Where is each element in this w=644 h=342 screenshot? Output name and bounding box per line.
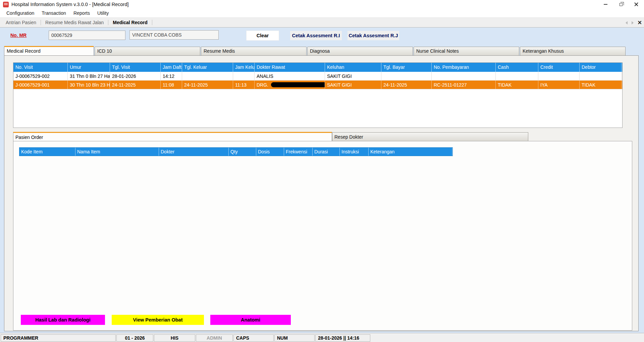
column-header-no-visit[interactable]: No. Visit [13, 63, 68, 72]
cell-umur: 31 Thn 0 Bln 27 Hari [68, 72, 110, 80]
mdi-tab-nav: ✕ [626, 18, 642, 28]
record-tab-headers: Medical RecordICD 10Resume MedisDiagnosa… [4, 46, 639, 55]
mdi-tab-strip: Antrian PasienResume Medis Rawat JalanMe… [0, 17, 644, 28]
column-header-keterangan[interactable]: Keterangan [369, 148, 452, 156]
chevron-left-icon[interactable] [626, 21, 628, 25]
column-header-tgl-bayar[interactable]: Tgl. Bayar [381, 63, 432, 72]
restore-icon [620, 3, 623, 6]
column-header-jam-keluar[interactable]: Jam Keluar [233, 63, 255, 72]
cell-keluhan: SAKIT GIGI [325, 81, 381, 89]
cetak-assesment-ri-button[interactable]: Cetak Assesment R.I [290, 31, 342, 40]
cell-debtor: TIDAK [580, 81, 622, 89]
cell-tgl-keluar [182, 72, 233, 80]
order-tab-control: Pasien OrderResep Dokter Kode ItemNama I… [13, 132, 632, 331]
column-header-credit[interactable]: Credit [538, 63, 580, 72]
clear-button[interactable]: Clear [246, 31, 279, 41]
tab-resep-dokter[interactable]: Resep Dokter [332, 132, 528, 141]
window-title: Hospital Information System v.3.0.0 - [M… [11, 2, 128, 7]
column-header-dokter-rawat[interactable]: Dokter Rawat [255, 63, 325, 72]
column-header-qty[interactable]: Qty [229, 148, 256, 156]
status-panel-28-01-2026-14-16: 28-01-2026 || 14:16 [315, 334, 370, 342]
no-mr-label: No. MR [10, 33, 26, 38]
column-header-debtor[interactable]: Debtor [580, 63, 622, 72]
pasien-order-panel: Kode ItemNama ItemDokterQtyDosisFrekwens… [13, 141, 632, 331]
visit-grid-header-row: No. VisitUmurTgl. VisitJam DaftarTgl. Ke… [13, 63, 622, 72]
cell-tgl-bayar: 24-11-2025 [381, 81, 432, 89]
status-panel-programmer: PROGRAMMER [1, 334, 116, 342]
patient-name-input[interactable] [129, 30, 219, 40]
mdi-tab-antrian-pasien[interactable]: Antrian Pasien [1, 18, 41, 27]
table-row[interactable]: J-00067529-00130 Thn 10 Bln 23 Hari24-11… [13, 81, 622, 89]
cell-keluhan: SAKIT GIGI [325, 72, 381, 80]
tab-nurse-clinical-notes[interactable]: Nurse Clinical Notes [414, 47, 519, 55]
tab-keterangan-khusus[interactable]: Keterangan Khusus [520, 47, 626, 55]
status-panel-his: HIS [154, 334, 195, 342]
column-header-keluhan[interactable]: Keluhan [325, 63, 381, 72]
menu-bar: ConfigurationTransactionReportsUtility [0, 9, 644, 17]
minimize-button[interactable] [598, 0, 613, 9]
column-header-cash[interactable]: Cash [496, 63, 538, 72]
tab-medical-record[interactable]: Medical Record [4, 46, 94, 55]
column-header-umur[interactable]: Umur [68, 63, 110, 72]
status-panel-num: NUM [274, 334, 315, 342]
menu-item-utility[interactable]: Utility [94, 9, 112, 17]
cell-umur: 30 Thn 10 Bln 23 Hari [68, 81, 110, 89]
menu-item-transaction[interactable]: Transaction [38, 9, 70, 17]
menu-item-reports[interactable]: Reports [70, 9, 94, 17]
column-header-frekwensi[interactable]: Frekwensi [284, 148, 313, 156]
column-header-durasi[interactable]: Durasi [313, 148, 340, 156]
cell-credit [538, 72, 580, 80]
cell-debtor [580, 72, 622, 80]
column-header-instruksi[interactable]: Instruksi [340, 148, 369, 156]
column-header-tgl-visit[interactable]: Tgl. Visit [110, 63, 161, 72]
window-controls [598, 0, 644, 9]
cell-dokter-rawat: ANALIS [255, 72, 325, 80]
menu-item-configuration[interactable]: Configuration [3, 9, 38, 17]
column-header-dokter[interactable]: Dokter [159, 148, 229, 156]
cell-no-pembayaran: RC-2511-01227 [432, 81, 496, 89]
cell-no-pembayaran [432, 72, 496, 80]
record-tab-page: No. VisitUmurTgl. VisitJam DaftarTgl. Ke… [4, 55, 639, 331]
mdi-tab-resume-medis-rawat-jalan[interactable]: Resume Medis Rawat Jalan [41, 18, 108, 27]
cell-jam-keluar: 11:13 [233, 81, 255, 89]
column-header-kode-item[interactable]: Kode Item [19, 148, 75, 156]
view-pemberian-obat-button[interactable]: View Pemberian Obat [112, 315, 204, 325]
close-button[interactable] [629, 0, 644, 9]
cetak-assesment-rj-button[interactable]: Cetak Assesment R.J [347, 31, 399, 40]
column-header-dosis[interactable]: Dosis [256, 148, 284, 156]
close-icon [634, 2, 638, 6]
cell-jam-daftar: 11:08 [161, 81, 182, 89]
cell-jam-keluar [233, 72, 255, 80]
column-header-tgl-keluar[interactable]: Tgl. Keluar [182, 63, 233, 72]
chevron-right-icon[interactable] [632, 21, 634, 25]
cell-cash [496, 72, 538, 80]
close-tab-icon[interactable]: ✕ [638, 20, 642, 26]
cell-jam-daftar: 14:12 [161, 72, 182, 80]
restore-button[interactable] [613, 0, 629, 9]
anatomi-button[interactable]: Anatomi [210, 315, 291, 325]
cell-tgl-keluar: 24-11-2025 [182, 81, 233, 89]
hasil-lab-dan-radiologi-button[interactable]: Hasil Lab dan Radiologi [21, 315, 105, 325]
cell-tgl-visit: 24-11-2025 [110, 81, 161, 89]
minimize-icon [604, 4, 607, 5]
tab-pasien-order[interactable]: Pasien Order [13, 132, 332, 141]
column-header-jam-daftar[interactable]: Jam Daftar [161, 63, 182, 72]
tab-diagnosa[interactable]: Diagnosa [307, 47, 413, 55]
mdi-tab-medical-record[interactable]: Medical Record [108, 18, 152, 27]
column-header-no-pembayaran[interactable]: No. Pembayaran [432, 63, 496, 72]
cell-dokter-rawat: DRG. [255, 81, 325, 89]
app-window: Hospital Information System v.3.0.0 - [M… [0, 0, 644, 342]
cell-tgl-bayar [381, 72, 432, 80]
app-icon [3, 2, 9, 7]
table-row[interactable]: J-00067529-00231 Thn 0 Bln 27 Hari28-01-… [13, 72, 622, 81]
cell-no-visit: J-00067529-001 [13, 81, 68, 89]
status-bar: PROGRAMMER01 - 2026HISADMINCAPSNUM28-01-… [0, 333, 644, 342]
column-header-nama-item[interactable]: Nama Item [75, 148, 159, 156]
title-bar: Hospital Information System v.3.0.0 - [M… [0, 0, 644, 9]
record-tab-control: Medical RecordICD 10Resume MedisDiagnosa… [4, 46, 639, 331]
status-panel-01-2026: 01 - 2026 [116, 334, 153, 342]
no-mr-input[interactable] [49, 31, 125, 40]
tab-resume-medis[interactable]: Resume Medis [201, 47, 307, 55]
tab-icd-10[interactable]: ICD 10 [95, 47, 200, 55]
medical-record-page: No. MR Clear Cetak Assesment R.I Cetak A… [0, 28, 644, 333]
